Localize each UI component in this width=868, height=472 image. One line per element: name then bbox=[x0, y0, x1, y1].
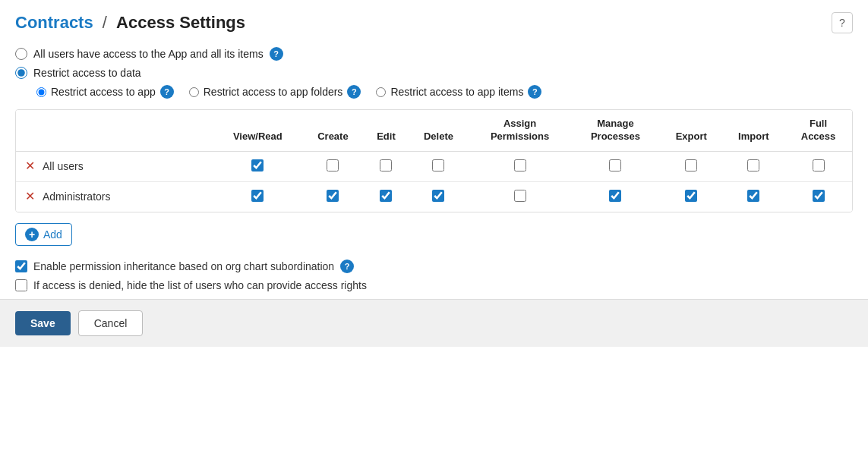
cell-delete bbox=[409, 151, 469, 181]
remove-row-button[interactable]: ✕ bbox=[24, 160, 36, 172]
sub-access-options-row: Restrict access to app ? Restrict access… bbox=[36, 85, 853, 99]
checkbox-import[interactable] bbox=[747, 159, 759, 171]
cell-view bbox=[213, 181, 302, 212]
table-row: ✕ Administrators bbox=[16, 181, 852, 212]
checkbox-assign[interactable] bbox=[514, 159, 526, 171]
checkbox-create[interactable] bbox=[327, 190, 339, 202]
col-header-export: Export bbox=[660, 110, 723, 151]
col-header-full: FullAccess bbox=[784, 110, 852, 151]
checkbox-view[interactable] bbox=[251, 190, 264, 202]
all-users-label[interactable]: All users have access to the App and all… bbox=[33, 48, 264, 60]
all-users-radio[interactable] bbox=[15, 48, 27, 60]
col-header-create: Create bbox=[302, 110, 365, 151]
add-label: Add bbox=[43, 228, 62, 241]
restrict-access-radio[interactable] bbox=[15, 67, 27, 79]
cell-full bbox=[784, 151, 852, 181]
cell-manage bbox=[571, 151, 660, 181]
cell-edit bbox=[364, 151, 409, 181]
restrict-folders-help-icon[interactable]: ? bbox=[347, 85, 361, 99]
cell-import bbox=[723, 151, 785, 181]
checkbox-create[interactable] bbox=[327, 159, 339, 171]
hide-users-label[interactable]: If access is denied, hide the list of us… bbox=[33, 279, 367, 291]
restrict-access-label[interactable]: Restrict access to data bbox=[33, 67, 141, 79]
add-row-button[interactable]: + Add bbox=[15, 223, 72, 246]
restrict-app-help-icon[interactable]: ? bbox=[160, 85, 174, 99]
col-header-import: Import bbox=[723, 110, 785, 151]
permissions-table: View/Read Create Edit Delete AssignPermi… bbox=[16, 110, 852, 212]
inheritance-checkbox-row: Enable permission inheritance based on o… bbox=[15, 260, 853, 273]
cell-delete bbox=[409, 181, 469, 212]
all-users-help-icon[interactable]: ? bbox=[270, 47, 283, 61]
table-body: ✕ All users ✕ Administrators bbox=[16, 151, 852, 212]
permissions-table-container: View/Read Create Edit Delete AssignPermi… bbox=[15, 109, 853, 212]
checkbox-manage[interactable] bbox=[609, 190, 621, 202]
inheritance-label[interactable]: Enable permission inheritance based on o… bbox=[33, 260, 334, 272]
cell-export bbox=[660, 181, 723, 212]
footer-bar: Save Cancel bbox=[0, 299, 868, 347]
cell-create bbox=[302, 181, 365, 212]
cell-view bbox=[213, 151, 302, 181]
col-header-manage: ManageProcesses bbox=[571, 110, 660, 151]
inheritance-help-icon[interactable]: ? bbox=[340, 260, 354, 273]
table-row: ✕ All users bbox=[16, 151, 852, 181]
breadcrumb-link[interactable]: Contracts bbox=[15, 13, 93, 32]
cell-import bbox=[723, 181, 785, 212]
hide-users-checkbox-row: If access is denied, hide the list of us… bbox=[15, 279, 853, 291]
col-header-delete: Delete bbox=[409, 110, 469, 151]
checkbox-export[interactable] bbox=[685, 190, 697, 202]
cell-assign bbox=[469, 181, 571, 212]
col-header-name bbox=[16, 110, 213, 151]
breadcrumb-separator: / bbox=[103, 13, 107, 32]
plus-icon: + bbox=[25, 228, 39, 241]
save-button[interactable]: Save bbox=[15, 311, 71, 335]
restrict-app-label[interactable]: Restrict access to app bbox=[51, 86, 156, 98]
remove-row-button[interactable]: ✕ bbox=[24, 190, 36, 203]
cell-edit bbox=[364, 181, 409, 212]
checkbox-import[interactable] bbox=[747, 190, 759, 202]
col-header-edit: Edit bbox=[364, 110, 409, 151]
checkbox-edit[interactable] bbox=[380, 159, 392, 171]
checkbox-full[interactable] bbox=[813, 159, 825, 171]
checkbox-export[interactable] bbox=[685, 159, 697, 171]
checkbox-manage[interactable] bbox=[609, 159, 621, 171]
restrict-folders-label[interactable]: Restrict access to app folders bbox=[204, 86, 343, 98]
table-header-row: View/Read Create Edit Delete AssignPermi… bbox=[16, 110, 852, 151]
cell-full bbox=[784, 181, 852, 212]
restrict-app-item: Restrict access to app ? bbox=[36, 85, 174, 99]
checkbox-delete[interactable] bbox=[432, 159, 444, 171]
col-header-assign: AssignPermissions bbox=[469, 110, 571, 151]
checkbox-view[interactable] bbox=[251, 159, 264, 171]
restrict-items-radio[interactable] bbox=[376, 87, 386, 97]
inheritance-checkbox[interactable] bbox=[15, 260, 27, 272]
restrict-folders-radio[interactable] bbox=[189, 87, 199, 97]
restrict-items-item: Restrict access to app items ? bbox=[376, 85, 541, 99]
checkbox-full[interactable] bbox=[813, 190, 825, 202]
row-name-cell: ✕ All users bbox=[16, 151, 213, 181]
checkbox-delete[interactable] bbox=[432, 190, 444, 202]
breadcrumb: Contracts / Access Settings bbox=[15, 13, 245, 33]
restrict-items-help-icon[interactable]: ? bbox=[528, 85, 541, 99]
cancel-button[interactable]: Cancel bbox=[78, 310, 144, 336]
cell-create bbox=[302, 151, 365, 181]
cell-manage bbox=[571, 181, 660, 212]
access-option-all-users-row: All users have access to the App and all… bbox=[15, 47, 853, 61]
page-header: Contracts / Access Settings ? bbox=[15, 12, 853, 33]
restrict-items-label[interactable]: Restrict access to app items bbox=[390, 86, 523, 98]
page-title: Access Settings bbox=[116, 13, 245, 32]
restrict-folders-item: Restrict access to app folders ? bbox=[189, 85, 361, 99]
row-name-label: All users bbox=[43, 160, 84, 172]
cell-assign bbox=[469, 151, 571, 181]
row-name-label: Administrators bbox=[43, 190, 110, 203]
restrict-app-radio[interactable] bbox=[36, 87, 46, 97]
checkbox-assign[interactable] bbox=[514, 190, 526, 202]
col-header-view: View/Read bbox=[213, 110, 302, 151]
checkbox-edit[interactable] bbox=[380, 190, 392, 202]
cell-export bbox=[660, 151, 723, 181]
help-button[interactable]: ? bbox=[832, 12, 853, 33]
restrict-access-row: Restrict access to data bbox=[15, 67, 853, 79]
hide-users-checkbox[interactable] bbox=[15, 279, 27, 291]
access-options-group: All users have access to the App and all… bbox=[15, 47, 853, 99]
row-name-cell: ✕ Administrators bbox=[16, 181, 213, 212]
